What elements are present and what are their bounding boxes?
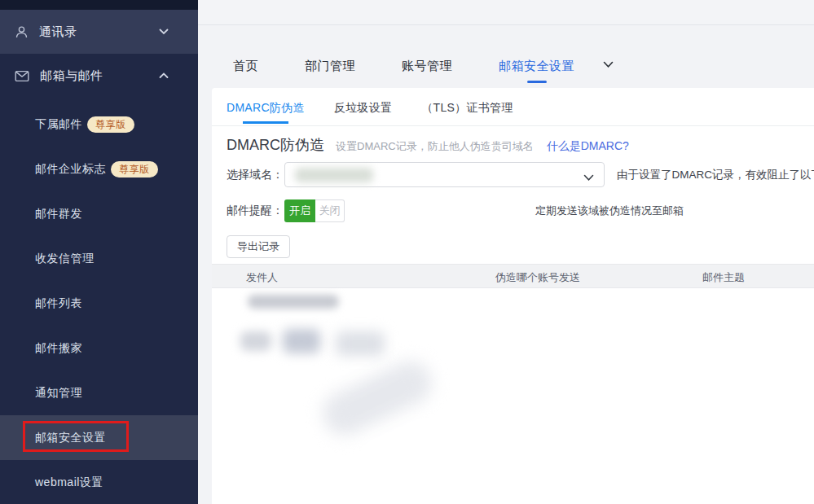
export-records-button[interactable]: 导出记录: [227, 235, 290, 258]
sidebar-item-mail-migration[interactable]: 邮件搬家: [0, 326, 198, 370]
sidebar-item-label: 邮箱安全设置: [35, 431, 106, 445]
what-is-dmarc-link[interactable]: 什么是DMARC?: [547, 139, 629, 154]
main-area: 首页 部门管理 账号管理 邮箱安全设置 DMARC防伪造 反垃圾设置 （TLS）…: [198, 0, 814, 504]
divider: [212, 125, 814, 126]
sidebar-item-webmail[interactable]: webmail设置: [0, 460, 198, 504]
premium-badge: 尊享版: [111, 161, 158, 177]
column-forged-account: 伪造哪个账号发送: [495, 270, 580, 285]
sidebar-item-label: 邮件搬家: [35, 341, 82, 356]
redacted-table-cell: [317, 355, 438, 441]
sidebar-subnav: 下属邮件 尊享版 邮件企业标志 尊享版 邮件群发 收发信管理 邮件列表 邮件搬家…: [0, 98, 198, 504]
subtab-antispam[interactable]: 反垃圾设置: [334, 100, 393, 116]
sidebar-top-strip: [0, 0, 198, 10]
chevron-down-icon[interactable]: [603, 61, 614, 68]
sidebar-item-mass-mail[interactable]: 邮件群发: [0, 191, 198, 236]
export-row: 导出记录: [227, 235, 814, 258]
redacted-table-cell: [336, 331, 385, 356]
sidebar-item-notification[interactable]: 通知管理: [0, 370, 198, 415]
column-subject: 邮件主题: [702, 270, 745, 285]
redacted-table-cell: [240, 331, 271, 351]
dmarc-blocked-note: 由于设置了DMARC记录，有效阻止了以下伪造: [617, 168, 814, 182]
chevron-down-icon: [583, 170, 594, 185]
section-description: 设置DMARC记录，防止他人伪造贵司域名: [336, 139, 534, 154]
content-card: DMARC防伪造 反垃圾设置 （TLS）证书管理 DMARC防伪造 设置DMAR…: [212, 88, 814, 504]
table-header: 发件人 伪造哪个账号发送 邮件主题: [212, 264, 814, 288]
redacted-domain-value: [295, 168, 373, 182]
domain-select[interactable]: [284, 162, 605, 187]
tab-account[interactable]: 账号管理: [402, 59, 452, 74]
redacted-table-cell: [283, 329, 320, 353]
sub-tabbar: DMARC防伪造 反垃圾设置 （TLS）证书管理: [227, 100, 814, 116]
app-root: 通讯录 邮箱与邮件 下属邮件: [0, 0, 814, 504]
sidebar-item-label: 通知管理: [35, 386, 82, 401]
tab-home[interactable]: 首页: [233, 59, 258, 74]
reminder-off-button[interactable]: 关闭: [315, 199, 345, 222]
person-icon: [15, 25, 29, 39]
sidebar-group-contacts[interactable]: 通讯录: [0, 10, 198, 54]
reminder-on-button[interactable]: 开启: [284, 199, 315, 222]
tab-security[interactable]: 邮箱安全设置: [499, 59, 574, 74]
redacted-table-cell: [248, 295, 339, 309]
page-title: DMARC防伪造: [227, 135, 324, 155]
sidebar-item-send-receive[interactable]: 收发信管理: [0, 236, 198, 281]
tab-department[interactable]: 部门管理: [305, 59, 355, 74]
section-header: DMARC防伪造 设置DMARC记录，防止他人伪造贵司域名 什么是DMARC?: [227, 135, 814, 155]
sidebar-group-mail[interactable]: 邮箱与邮件: [0, 54, 198, 98]
sidebar-item-subordinate-mail[interactable]: 下属邮件 尊享版: [0, 102, 198, 147]
mail-reminder-label: 邮件提醒：: [227, 204, 284, 218]
chevron-up-icon: [159, 72, 169, 79]
reminder-row: 邮件提醒： 开启 关闭 定期发送该域被伪造情况至邮箱: [227, 199, 814, 222]
sidebar-item-security-settings[interactable]: 邮箱安全设置: [0, 415, 198, 460]
sidebar-item-mailing-list[interactable]: 邮件列表: [0, 281, 198, 326]
sidebar-item-label: 邮件企业标志: [35, 162, 106, 177]
reminder-note: 定期发送该域被伪造情况至邮箱: [535, 204, 684, 218]
subtab-dmarc[interactable]: DMARC防伪造: [227, 100, 305, 116]
sidebar-group-label: 通讯录: [39, 24, 77, 40]
sidebar-item-label: 邮件群发: [35, 207, 82, 221]
chevron-down-icon: [159, 28, 169, 35]
sidebar-item-brand-logo[interactable]: 邮件企业标志 尊享版: [0, 147, 198, 191]
domain-row: 选择域名： 由于设置了DMARC记录，有效阻止了以下伪造: [227, 162, 814, 187]
column-sender: 发件人: [246, 270, 278, 285]
premium-badge: 尊享版: [87, 116, 134, 133]
sidebar-item-label: 邮件列表: [35, 296, 82, 311]
subtab-tls-cert[interactable]: （TLS）证书管理: [421, 100, 513, 116]
sidebar: 通讯录 邮箱与邮件 下属邮件: [0, 0, 198, 504]
sidebar-item-label: webmail设置: [35, 476, 103, 490]
sidebar-group-label: 邮箱与邮件: [40, 68, 103, 84]
domain-select-label: 选择域名：: [227, 168, 284, 182]
content-header-strip: [198, 0, 814, 25]
sidebar-item-label: 下属邮件: [35, 117, 82, 132]
mail-icon: [15, 70, 29, 82]
sidebar-item-label: 收发信管理: [35, 252, 95, 266]
top-tabbar: 首页 部门管理 账号管理 邮箱安全设置: [198, 25, 814, 88]
